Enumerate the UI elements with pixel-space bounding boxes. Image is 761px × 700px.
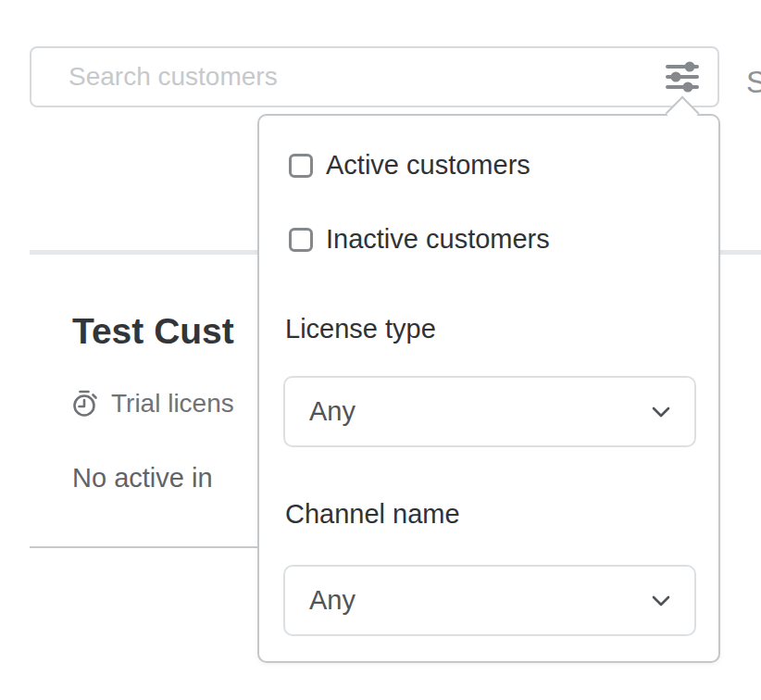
chevron-down-icon bbox=[648, 588, 674, 614]
checkbox-row-inactive-customers[interactable]: Inactive customers bbox=[289, 224, 550, 255]
customer-name-title: Test Cust bbox=[72, 311, 234, 352]
license-type-select[interactable]: Any bbox=[283, 376, 696, 447]
license-badge-label: Trial licens bbox=[111, 389, 234, 419]
channel-name-select[interactable]: Any bbox=[283, 565, 696, 636]
customers-page: S Test Cust Trial licens No active in Ac… bbox=[0, 0, 761, 700]
inactive-customers-label: Inactive customers bbox=[326, 224, 550, 255]
active-customers-checkbox[interactable] bbox=[289, 154, 313, 178]
active-customers-label: Active customers bbox=[326, 150, 530, 181]
clipped-right-text: S bbox=[746, 65, 761, 100]
search-input[interactable] bbox=[67, 61, 658, 93]
checkbox-row-active-customers[interactable]: Active customers bbox=[289, 150, 530, 181]
inactive-customers-checkbox[interactable] bbox=[289, 228, 313, 252]
search-customers-box bbox=[30, 46, 719, 107]
channel-name-label: Channel name bbox=[285, 499, 460, 530]
license-type-label: License type bbox=[285, 314, 436, 344]
filter-panel: Active customers Inactive customers Lice… bbox=[257, 114, 720, 663]
customer-status-text: No active in bbox=[72, 463, 213, 494]
chevron-down-icon bbox=[648, 399, 674, 425]
filter-toggle-button[interactable] bbox=[658, 53, 706, 101]
license-type-value: Any bbox=[309, 396, 356, 427]
stopwatch-trial-icon bbox=[70, 389, 100, 419]
license-badge-row: Trial licens bbox=[70, 389, 234, 419]
sliders-filter-icon bbox=[666, 60, 699, 94]
channel-name-value: Any bbox=[309, 585, 356, 616]
